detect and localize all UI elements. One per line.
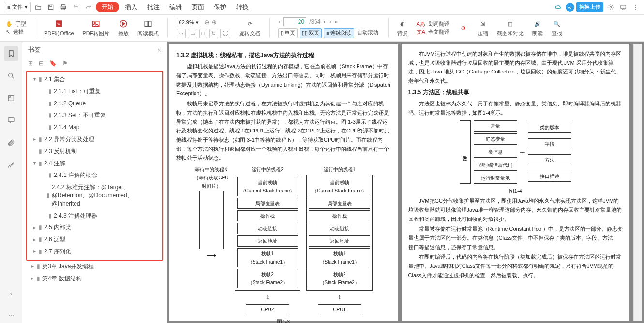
page-number-input[interactable] [283,17,306,26]
open-icon[interactable] [33,3,44,12]
play-button[interactable]: 播放 [118,18,129,37]
rail-comments-icon[interactable] [4,113,18,128]
rail-collapse-icon[interactable]: ‹ [4,286,18,301]
collapse-all-icon[interactable]: ⊟ [39,60,44,67]
view-single[interactable]: ▯ 单页 [278,28,298,38]
panel-title: 书签 [28,45,41,54]
bookmark-item[interactable]: ▮2.1.4 Map [28,121,161,133]
prev-page-icon[interactable]: ‹ [278,18,280,25]
save-icon[interactable] [45,3,56,12]
bookmark-item[interactable]: ▸▮第4章 数据结构 [26,273,163,285]
toolbar: ✋手型 ↖选择 WPDF转Office PDF转图片 播放 阅读模式 62.9%… [0,15,644,42]
view-continuous[interactable]: ≡ 连续阅读 [324,28,354,38]
first-page-icon[interactable]: « [329,18,332,25]
more-icon[interactable]: ⋮ [630,3,640,12]
infinity-icon[interactable]: ∞ [566,3,574,12]
rail-search-icon[interactable] [4,69,18,83]
bookmark-item[interactable]: ▸▮第3章 Java并发编程 [26,261,163,273]
diagram-box: 动态链接 [237,223,299,234]
pdf-to-office[interactable]: WPDF转Office [44,18,74,37]
bookmark-item[interactable]: ▮2.3 反射机制 [28,146,161,158]
diagram-box: 接口描述 [528,171,571,182]
refresh-icon[interactable]: ↻ [209,29,218,38]
diagram-box: 操作栈 [237,210,299,221]
bookmark-add-icon[interactable]: 🔖 [49,60,57,67]
bookmark-jump-icon[interactable]: ⚑ [62,60,68,67]
bookmark-item[interactable]: ▸▮2.5 内部类 [28,221,161,234]
bookmark-item[interactable]: ▸▮2.6 泛型 [28,234,161,246]
read-aloud[interactable]: 🔊朗读 [532,18,543,37]
hand-tool[interactable]: ✋手型 [6,20,26,28]
tab-convert[interactable]: 转换 [232,1,253,14]
fullscreen-icon[interactable]: ⛶ [220,29,230,38]
diagram-box: 操作栈 [309,210,370,221]
fit-width-icon[interactable]: ⇔ [177,29,186,38]
feedback-icon[interactable] [618,3,629,12]
rotate-doc[interactable]: ⟳旋转文档 [239,18,260,37]
fit-page-icon[interactable]: ▭ [188,29,197,38]
bookmark-item[interactable]: ▮2.4.1 注解的概念 [28,169,161,181]
tab-comment[interactable]: 批注 [143,1,164,14]
background[interactable]: ◐背景 [397,18,408,37]
view-double[interactable]: ▯▯ 双页 [300,28,322,38]
crop-compare[interactable]: ◫截图和对比 [497,18,524,37]
full-translate[interactable]: 文A全文翻译 [417,29,449,36]
undo-icon[interactable] [71,3,81,12]
next-page-icon[interactable]: › [324,18,326,25]
right-rail[interactable] [633,44,642,321]
cloud-icon[interactable] [553,3,564,12]
find[interactable]: 🔍查找 [552,18,562,37]
last-page-icon[interactable]: » [334,18,338,25]
upload-switch[interactable]: 换换上传 [576,2,603,12]
tab-edit[interactable]: 编辑 [165,1,186,14]
bookmark-item[interactable]: ▸▮2.7 序列化 [28,246,161,258]
close-icon[interactable]: × [157,46,161,54]
zoom-in-icon[interactable]: ⊕ [212,19,217,26]
rail-sign-icon[interactable] [4,158,18,172]
diagram-box: 局部变量表 [309,198,370,209]
bookmark-item[interactable]: ▾▮2.4 注解 [28,158,161,170]
redo-icon[interactable] [83,3,94,12]
diagram-label: 运行中的线程2 [252,165,284,174]
bookmark-item[interactable]: ▮2.1.3 Set：不可重复 [28,109,161,121]
actual-size-icon[interactable]: □ [199,29,208,38]
zoom-out-icon[interactable]: ⊖ [204,19,209,26]
rail-bookmarks-icon[interactable] [4,46,18,61]
diagram-box: 动态链接 [309,223,370,234]
zoom-level[interactable]: 62.9%▾ [177,18,201,27]
diagram-side: 方法区 [460,120,471,184]
read-mode[interactable]: 阅读模式 [137,18,159,37]
body-text: 栈帧用来记录方法的执行过程，在方法被执行时虚拟机会为其创建一个与之对应的栈帧，方… [176,99,391,162]
autoscroll[interactable]: 自动滚动 [356,28,379,38]
svg-text:W: W [57,22,60,26]
tab-insert[interactable]: 插入 [121,1,141,14]
rail-attach-icon[interactable] [4,135,18,150]
tab-page[interactable]: 页面 [188,1,208,14]
document-viewport[interactable]: 1.3.2 虚拟机栈：线程私有，描述Java方法的执行过程 虚拟机栈是描述Jav… [167,42,644,323]
compress[interactable]: ⇲压缩 [478,18,488,37]
bookmark-item[interactable]: ▮2.4.3 注解处理器 [28,210,161,222]
tab-protect[interactable]: 保护 [210,1,230,14]
expand-all-icon[interactable]: ⊞ [28,60,33,67]
bookmark-item[interactable]: ▮2.1.1 List：可重复 [28,86,161,98]
diagram-box: 返回地址 [237,235,299,247]
bookmark-item[interactable]: ▾▮2.1 集合 [28,73,161,86]
print-icon[interactable] [58,3,69,12]
pdf-to-image[interactable]: PDF转图片 [83,18,109,37]
diagram-box: 类信息 [474,147,517,158]
svg-point-11 [8,73,12,77]
diagram-box: 返回地址 [309,235,370,247]
mask-tool[interactable]: ◑ [458,23,469,33]
select-tool[interactable]: ↖选择 [6,29,26,36]
bookmark-item[interactable]: ▸▮2.2 异常分类及处理 [28,133,161,146]
bookmark-item[interactable]: ▮2.1.2 Queue [28,98,161,110]
word-translate[interactable]: Aあ划词翻译 [417,20,449,28]
settings-icon[interactable] [605,3,616,12]
file-menu[interactable]: ≡文件▾ [4,2,31,12]
rail-more-icon[interactable]: ⋯ [4,308,18,323]
bookmark-item[interactable]: ▮2.4.2 标准元注解：@Target、@Retention、@Documen… [28,181,161,209]
diagram-box: 栈帧1 （Stack Frame1） [237,248,299,267]
svg-rect-5 [621,5,626,8]
rail-thumbnails-icon[interactable] [4,91,18,105]
tab-start[interactable]: 开始 [96,2,119,12]
